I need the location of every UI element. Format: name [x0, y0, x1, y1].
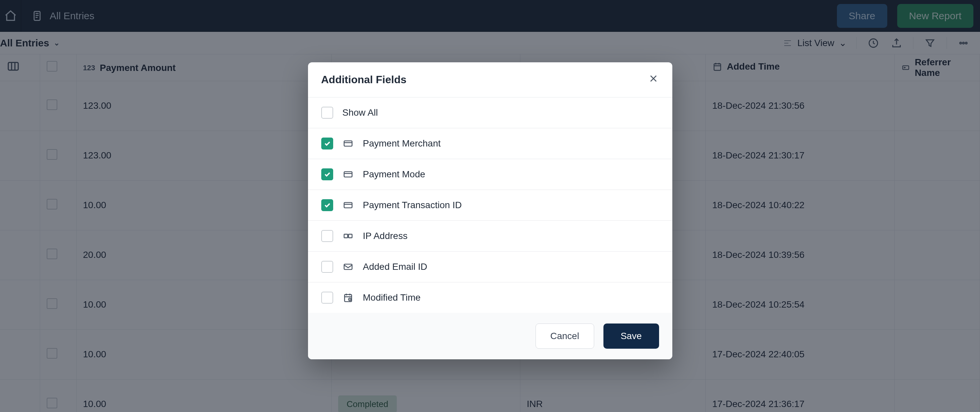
- save-button[interactable]: Save: [603, 324, 659, 349]
- mail-icon: [342, 261, 354, 273]
- field-option[interactable]: IP Address: [308, 221, 672, 252]
- field-option[interactable]: Added Email ID: [308, 252, 672, 283]
- modal-title: Additional Fields: [321, 73, 407, 86]
- text-icon: [342, 230, 354, 242]
- field-label: Show All: [342, 107, 378, 118]
- svg-rect-11: [344, 234, 348, 238]
- field-checkbox[interactable]: [321, 261, 333, 273]
- calendar-icon: [342, 292, 354, 303]
- check-icon: [324, 171, 331, 178]
- svg-rect-13: [344, 264, 352, 270]
- field-checkbox[interactable]: [321, 199, 333, 211]
- svg-rect-10: [344, 203, 352, 208]
- field-label: Payment Merchant: [363, 138, 441, 149]
- field-option[interactable]: Payment Merchant: [308, 128, 672, 159]
- field-label: IP Address: [363, 231, 408, 241]
- card-icon: [342, 138, 354, 149]
- close-button[interactable]: [648, 73, 659, 86]
- field-option[interactable]: Payment Transaction ID: [308, 190, 672, 221]
- close-icon: [648, 73, 659, 84]
- check-icon: [324, 140, 331, 147]
- field-checkbox[interactable]: [321, 137, 333, 150]
- field-label: Modified Time: [363, 292, 421, 303]
- card-icon: [342, 200, 354, 211]
- modal-overlay: Additional Fields Show AllPayment Mercha…: [0, 0, 980, 412]
- field-option[interactable]: Show All: [308, 97, 672, 128]
- svg-rect-8: [344, 141, 352, 146]
- field-option[interactable]: Payment Mode: [308, 159, 672, 190]
- additional-fields-modal: Additional Fields Show AllPayment Mercha…: [308, 62, 672, 359]
- field-label: Added Email ID: [363, 262, 428, 272]
- field-checkbox[interactable]: [321, 107, 333, 119]
- field-checkbox[interactable]: [321, 230, 333, 242]
- cancel-button[interactable]: Cancel: [536, 324, 594, 349]
- card-icon: [342, 169, 354, 180]
- field-label: Payment Mode: [363, 169, 425, 180]
- check-icon: [324, 201, 331, 209]
- field-option[interactable]: Modified Time: [308, 283, 672, 313]
- field-checkbox[interactable]: [321, 168, 333, 180]
- svg-rect-9: [344, 172, 352, 177]
- field-checkbox[interactable]: [321, 292, 333, 303]
- field-label: Payment Transaction ID: [363, 200, 462, 211]
- svg-rect-12: [348, 234, 352, 238]
